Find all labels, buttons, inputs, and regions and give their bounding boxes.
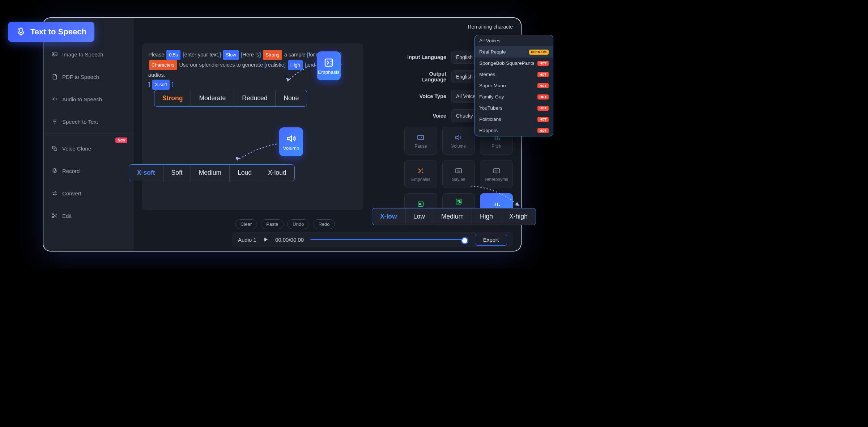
opt-xlow[interactable]: X-low: [372, 208, 405, 225]
sidebar-item-label: Record: [62, 168, 80, 174]
opt-xsoft[interactable]: X-soft: [129, 165, 163, 181]
volume-callout: Volumn: [279, 127, 303, 156]
voice-type-label: Voice Type: [404, 93, 451, 99]
clone-icon: [51, 145, 58, 152]
sidebar-item-edit[interactable]: Edit: [43, 208, 134, 224]
volume-icon: [286, 133, 297, 144]
input-language-label: Input Language: [404, 54, 451, 60]
sidebar: Image to Speech PDF to Speech Audio to S…: [43, 18, 134, 251]
dd-youtubers[interactable]: YouTubersHOT: [475, 102, 553, 114]
sidebar-item-record[interactable]: Record: [43, 163, 134, 179]
volume-options: X-soft Soft Medium Loud X-loud: [129, 164, 295, 181]
pitch-pill[interactable]: High: [288, 60, 303, 70]
opt-medium[interactable]: Medium: [191, 165, 230, 181]
opt-high[interactable]: High: [472, 208, 501, 225]
undo-button[interactable]: Undo: [287, 219, 309, 229]
convert-icon: [51, 190, 58, 196]
opt-low[interactable]: Low: [405, 208, 433, 225]
audio-player: Audio 1 00:00/00:00 Export: [232, 232, 513, 247]
audio-name: Audio 1: [238, 237, 256, 243]
sidebar-item-label: Edit: [62, 213, 72, 219]
pdf-icon: [51, 73, 58, 80]
svg-text:def: def: [495, 171, 498, 173]
voice-label: Voice: [404, 113, 451, 119]
opt-medium-pitch[interactable]: Medium: [433, 208, 472, 225]
tile-pause[interactable]: Pause: [404, 127, 437, 155]
export-button[interactable]: Export: [475, 234, 507, 246]
output-language-label: Output Language: [404, 71, 451, 83]
characters-pill[interactable]: Characters: [149, 60, 177, 70]
tts-banner: T Text to Speech: [8, 22, 94, 42]
editor-tools: Clear Paste Undo Redo: [235, 219, 335, 229]
volume-pill[interactable]: X-soft: [152, 80, 170, 90]
audio-time: 00:00/00:00: [275, 237, 304, 243]
sidebar-item-label: Speech to Text: [62, 119, 98, 125]
sidebar-item-label: Audio to Speech: [62, 96, 102, 102]
dd-real-people[interactable]: Real PeoplePREMIUM: [475, 46, 553, 58]
pause-pill[interactable]: 0.5s: [166, 50, 180, 60]
paste-button[interactable]: Paste: [261, 219, 284, 229]
emphasis-pill[interactable]: Strong: [263, 50, 282, 60]
sidebar-item-label: Image to Speech: [62, 51, 103, 58]
redo-button[interactable]: Redo: [313, 219, 335, 229]
stt-icon: [51, 118, 58, 125]
dd-memes[interactable]: MemesHOT: [475, 69, 553, 80]
play-icon[interactable]: [263, 237, 269, 242]
svg-rect-0: [20, 28, 22, 33]
image-icon: [51, 51, 58, 58]
new-badge: New: [115, 138, 127, 143]
opt-none[interactable]: None: [276, 90, 307, 106]
emphasis-callout: Emphasis: [317, 51, 341, 80]
pitch-options: X-low Low Medium High X-high: [372, 208, 536, 225]
cut-icon: [51, 212, 58, 219]
record-icon: [51, 168, 58, 174]
tile-volume[interactable]: Volume: [442, 127, 475, 155]
opt-strong[interactable]: Strong: [154, 90, 191, 106]
speed-pill[interactable]: Slow: [223, 50, 238, 60]
sidebar-item-label: Convert: [62, 190, 81, 196]
remaining-characters: Remaining characte: [468, 18, 521, 30]
mic-icon: T: [16, 27, 26, 37]
dd-all-voices[interactable]: All Voices: [475, 35, 553, 46]
sidebar-item-pdf-to-speech[interactable]: PDF to Speech: [43, 69, 134, 85]
svg-rect-6: [54, 168, 56, 171]
sidebar-item-label: Voice Clone: [62, 145, 91, 152]
emphasis-icon: [323, 57, 334, 68]
tile-heteronyms[interactable]: abcdefHeteronyms: [480, 160, 513, 188]
opt-loud[interactable]: Loud: [230, 165, 260, 181]
banner-title: Text to Speech: [30, 27, 86, 37]
sidebar-item-label: PDF to Speech: [62, 74, 99, 80]
opt-xhigh[interactable]: X-high: [501, 208, 536, 225]
opt-xloud[interactable]: X-loud: [260, 165, 294, 181]
clear-button[interactable]: Clear: [235, 219, 257, 229]
dd-family-guy[interactable]: Family GuyHOT: [475, 91, 553, 102]
audio-icon: [51, 96, 58, 102]
sidebar-item-voice-clone[interactable]: Voice Clone New: [43, 140, 134, 156]
dd-super-mario[interactable]: Super MarioHOT: [475, 80, 553, 91]
sidebar-item-audio-to-speech[interactable]: Audio to Speech: [43, 91, 134, 107]
dd-spongebob[interactable]: SpongeBob SquarePantsHOT: [475, 58, 553, 69]
dd-politicians[interactable]: PoliticiansHOT: [475, 114, 553, 125]
tile-say-as[interactable]: abc123Say as: [442, 160, 475, 188]
opt-soft[interactable]: Soft: [163, 165, 191, 181]
opt-reduced[interactable]: Reduced: [234, 90, 276, 106]
sidebar-item-convert[interactable]: Convert: [43, 185, 134, 201]
opt-moderate[interactable]: Moderate: [191, 90, 234, 106]
dd-rappers[interactable]: RappersHOT: [475, 125, 553, 136]
emphasis-options: Strong Moderate Reduced None: [154, 90, 307, 107]
sidebar-item-image-to-speech[interactable]: Image to Speech: [43, 46, 134, 62]
svg-rect-9: [418, 135, 424, 140]
svg-text:T: T: [18, 28, 20, 31]
svg-text:123: 123: [457, 171, 460, 173]
tile-emphasis[interactable]: Emphasis: [404, 160, 437, 188]
sidebar-item-speech-to-text[interactable]: Speech to Text: [43, 114, 134, 134]
voice-type-dropdown: All Voices Real PeoplePREMIUM SpongeBob …: [475, 35, 553, 136]
effect-tiles: Pause Volume Pitch Emphasis abc123Say as…: [404, 127, 513, 221]
seek-slider[interactable]: [310, 239, 468, 240]
